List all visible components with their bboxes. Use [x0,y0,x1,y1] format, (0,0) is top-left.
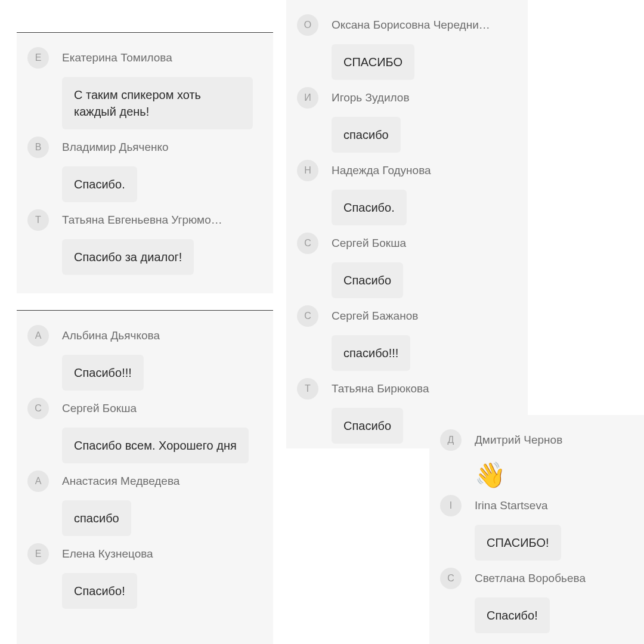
author-name: Владимир Дьяченко [62,137,262,158]
chat-message: ООксана Борисовна Чередни…СПАСИБО [297,14,517,80]
chat-panel-1: ЕЕкатерина ТомиловаС таким спикером хоть… [17,32,273,293]
avatar: Е [27,543,49,565]
chat-message: ТТатьяна Евгеньевна Угрюмо…Спасибо за ди… [27,209,262,275]
avatar: А [27,470,49,492]
avatar: I [440,495,462,516]
message-bubble: СПАСИБО! [475,525,561,561]
message-body: Игорь Зудиловспасибо [332,87,517,153]
chat-panel-3: ООксана Борисовна Чередни…СПАСИБОИИгорь … [286,0,528,448]
avatar: А [27,325,49,346]
author-name: Сергей Бажанов [332,305,517,327]
author-name: Сергей Бокша [62,398,262,419]
author-name: Татьяна Бирюкова [332,378,517,400]
author-name: Оксана Борисовна Чередни… [332,14,517,36]
author-name: Игорь Зудилов [332,87,517,109]
message-body: Светлана ВоробьеваСпасибо! [475,568,633,633]
author-name: Елена Кузнецова [62,543,262,565]
chat-message: ААльбина ДьячковаСпасибо!!! [27,325,262,391]
message-body: Альбина ДьячковаСпасибо!!! [62,325,262,391]
message-bubble: Спасибо [332,408,403,444]
chat-message: ССергей БокшаСпасибо всем. Хорошего дня [27,398,262,463]
author-name: Альбина Дьячкова [62,325,262,346]
message-bubble: Спасибо. [62,166,137,202]
chat-message: IIrina StartsevaСПАСИБО! [440,495,633,561]
message-bubble: Спасибо!!! [62,355,144,391]
avatar: С [297,305,318,327]
author-name: Сергей Бокша [332,233,517,254]
author-name: Светлана Воробьева [475,568,633,589]
message-bubble: 👋 [475,459,506,488]
avatar: Е [27,47,49,69]
avatar: Н [297,160,318,181]
message-bubble: Спасибо! [475,597,550,633]
message-body: Сергей Бажановспасибо!!! [332,305,517,371]
message-body: Елена КузнецоваСпасибо! [62,543,262,609]
avatar: В [27,137,49,158]
message-bubble: С таким спикером хоть каждый день! [62,77,253,129]
message-bubble: спасибо!!! [332,335,410,371]
message-body: Анастасия Медведеваспасибо [62,470,262,536]
message-bubble: СПАСИБО [332,44,414,80]
avatar: О [297,14,318,36]
message-body: Надежда ГодуноваСпасибо. [332,160,517,225]
message-body: Сергей БокшаСпасибо всем. Хорошего дня [62,398,262,463]
author-name: Дмитрий Чернов [475,429,633,451]
author-name: Татьяна Евгеньевна Угрюмо… [62,209,262,231]
chat-message: ССергей БокшаСпасибо [297,233,517,298]
chat-message: ССергей Бажановспасибо!!! [297,305,517,371]
avatar: И [297,87,318,109]
chat-message: ННадежда ГодуноваСпасибо. [297,160,517,225]
avatar: С [297,233,318,254]
author-name: Надежда Годунова [332,160,517,181]
chat-message: ААнастасия Медведеваспасибо [27,470,262,536]
author-name: Анастасия Медведева [62,470,262,492]
message-bubble: Спасибо [332,262,403,298]
avatar: С [27,398,49,419]
message-body: Татьяна Евгеньевна Угрюмо…Спасибо за диа… [62,209,262,275]
author-name: Irina Startseva [475,495,633,516]
chat-panel-4: ДДмитрий Чернов👋IIrina StartsevaСПАСИБО!… [429,415,644,644]
message-bubble: Спасибо! [62,573,137,609]
message-body: Оксана Борисовна Чередни…СПАСИБО [332,14,517,80]
author-name: Екатерина Томилова [62,47,262,69]
chat-message: ЕЕкатерина ТомиловаС таким спикером хоть… [27,47,262,129]
avatar: Д [440,429,462,451]
message-bubble: Спасибо всем. Хорошего дня [62,428,249,463]
message-body: Владимир ДьяченкоСпасибо. [62,137,262,202]
message-bubble: Спасибо. [332,190,407,225]
avatar: Т [27,209,49,231]
chat-message: ДДмитрий Чернов👋 [440,429,633,488]
chat-message: ВВладимир ДьяченкоСпасибо. [27,137,262,202]
avatar: Т [297,378,318,400]
chat-message: ЕЕлена КузнецоваСпасибо! [27,543,262,609]
message-bubble: спасибо [62,500,131,536]
message-bubble: Спасибо за диалог! [62,239,194,275]
chat-message: ИИгорь Зудиловспасибо [297,87,517,153]
chat-panel-2: ААльбина ДьячковаСпасибо!!!ССергей Бокша… [17,310,273,644]
message-bubble: спасибо [332,117,401,153]
message-body: Сергей БокшаСпасибо [332,233,517,298]
message-body: Екатерина ТомиловаС таким спикером хоть … [62,47,262,129]
chat-message: ССветлана ВоробьеваСпасибо! [440,568,633,633]
message-body: Дмитрий Чернов👋 [475,429,633,488]
message-body: Irina StartsevaСПАСИБО! [475,495,633,561]
avatar: С [440,568,462,589]
